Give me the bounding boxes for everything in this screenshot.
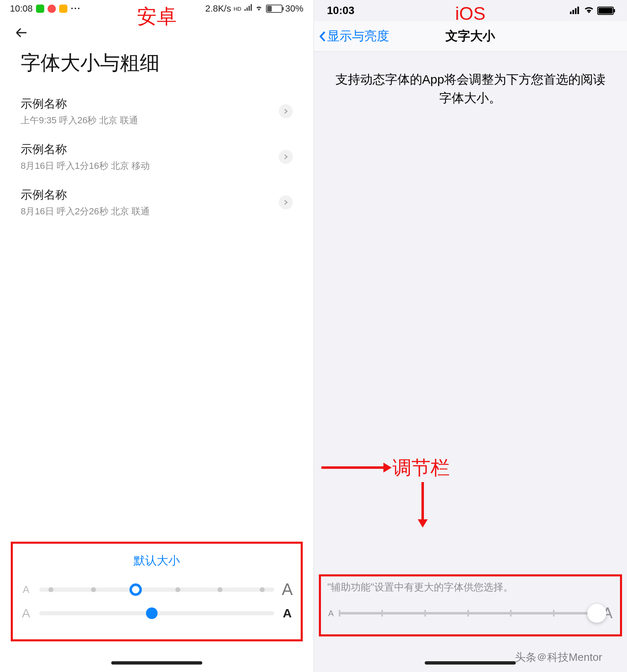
page-title: 字体大小与粗细 — [0, 42, 314, 89]
item-detail: 8月16日 呼入2分26秒 北京 联通 — [21, 205, 150, 218]
credit-watermark: 头条＠科技Mentor — [515, 650, 602, 665]
android-annotation: 安卓 — [137, 3, 177, 30]
battery-icon — [597, 7, 614, 15]
svg-rect-3 — [577, 7, 579, 14]
chevron-right-icon — [279, 150, 293, 164]
small-a-icon: A — [19, 584, 34, 595]
wifi-icon — [584, 4, 594, 17]
ios-slider-panel: "辅助功能"设置中有更大的字体供您选择。 A A — [319, 574, 622, 636]
sample-item[interactable]: 示例名称 8月16日 呼入2分26秒 北京 联通 — [21, 180, 293, 225]
slider-thumb[interactable] — [129, 583, 142, 596]
item-detail: 8月16日 呼入1分16秒 北京 移动 — [21, 160, 150, 172]
item-name: 示例名称 — [21, 96, 138, 112]
small-a-icon: A — [328, 609, 334, 618]
arrow-down-icon — [416, 482, 429, 528]
wechat-icon — [36, 5, 44, 13]
net-speed: 2.8K/s — [205, 3, 231, 14]
more-icon: ··· — [71, 3, 81, 14]
ios-nav-bar: 显示与亮度 文字大小 — [314, 21, 627, 52]
android-slider-panel: 默认大小 A A A A — [11, 542, 303, 641]
app-icon — [59, 5, 67, 13]
bold-a-icon: A — [280, 606, 295, 620]
thin-a-icon: A — [19, 606, 34, 620]
back-button[interactable]: 显示与亮度 — [318, 28, 389, 45]
slider-annotation-label: 调节栏 — [392, 455, 450, 481]
status-time: 10:03 — [327, 4, 355, 17]
description-text: 支持动态字体的App将会调整为下方您首选的阅读字体大小。 — [314, 52, 627, 120]
ios-pane: 10:03 iOS 显示与亮度 文字大小 支持动态字体的App将会调整为下方您首… — [314, 0, 627, 672]
svg-rect-0 — [570, 12, 572, 14]
back-label: 显示与亮度 — [327, 28, 389, 45]
large-a-icon: A — [280, 580, 295, 599]
battery-icon — [266, 5, 282, 13]
signal-icon — [244, 3, 252, 14]
item-name: 示例名称 — [21, 187, 150, 203]
font-size-slider[interactable]: A A — [19, 580, 295, 599]
status-time: 10:08 — [10, 3, 33, 14]
text-size-slider[interactable]: A A — [325, 605, 616, 622]
hd-icon: HD — [234, 6, 242, 12]
item-name: 示例名称 — [21, 142, 150, 157]
chevron-right-icon — [279, 195, 293, 209]
android-pane: 10:08 ··· 2.8K/s HD 30% 安卓 — [0, 0, 314, 672]
slider-thumb[interactable] — [146, 607, 158, 619]
home-indicator[interactable] — [425, 661, 516, 665]
nav-title: 文字大小 — [445, 28, 495, 45]
slider-thumb[interactable] — [587, 604, 606, 623]
sample-item[interactable]: 示例名称 上午9:35 呼入26秒 北京 联通 — [21, 89, 293, 134]
qq-icon — [48, 5, 56, 13]
svg-rect-1 — [572, 10, 574, 14]
arrow-right-icon — [321, 461, 392, 474]
slider-header: 默认大小 — [19, 553, 295, 569]
font-weight-slider[interactable]: A A — [19, 606, 295, 620]
svg-rect-2 — [575, 8, 577, 14]
home-indicator[interactable] — [111, 661, 202, 665]
slider-hint: "辅助功能"设置中有更大的字体供您选择。 — [328, 581, 614, 594]
chevron-right-icon — [279, 104, 293, 118]
signal-icon — [570, 4, 581, 17]
sample-item[interactable]: 示例名称 8月16日 呼入1分16秒 北京 移动 — [21, 134, 293, 180]
wifi-icon — [254, 3, 263, 14]
item-detail: 上午9:35 呼入26秒 北京 联通 — [21, 114, 138, 127]
sample-list: 示例名称 上午9:35 呼入26秒 北京 联通 示例名称 8月16日 呼入1分1… — [0, 89, 314, 225]
battery-pct: 30% — [285, 3, 303, 14]
